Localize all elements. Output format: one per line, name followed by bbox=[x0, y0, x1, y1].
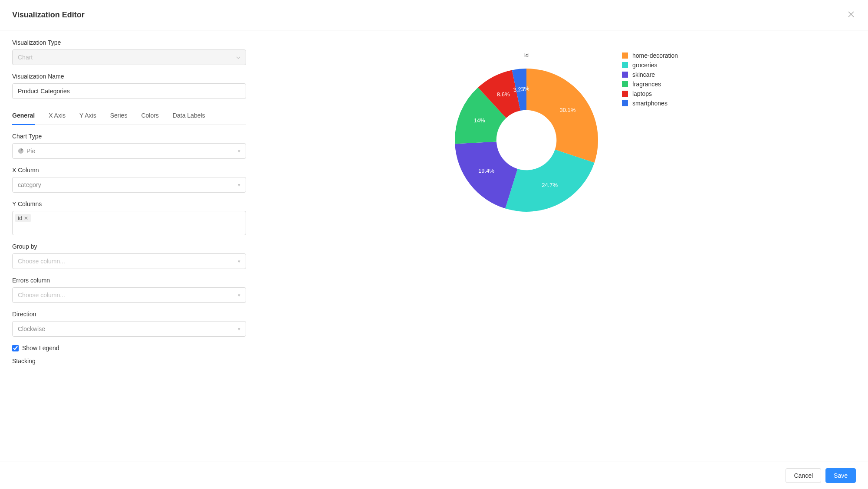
direction-group: Direction Clockwise ▾ bbox=[12, 311, 246, 337]
close-icon bbox=[848, 11, 854, 17]
viz-name-input-wrap bbox=[12, 83, 246, 99]
chevron-down-icon bbox=[236, 55, 240, 60]
show-legend-label: Show Legend bbox=[22, 345, 59, 351]
chart-title: id bbox=[448, 52, 605, 59]
tab-colors[interactable]: Colors bbox=[141, 107, 158, 125]
chevron-down-icon: ▾ bbox=[238, 148, 240, 154]
direction-value: Clockwise bbox=[18, 325, 45, 332]
x-column-label: X Column bbox=[12, 167, 246, 174]
close-button[interactable] bbox=[846, 9, 856, 21]
viz-type-label: Visualization Type bbox=[12, 39, 246, 46]
y-columns-input[interactable]: id✕ bbox=[12, 211, 246, 235]
legend-label: home-decoration bbox=[632, 52, 678, 59]
chart-type-group: Chart Type Pie ▾ bbox=[12, 133, 246, 159]
y-columns-label: Y Columns bbox=[12, 200, 246, 207]
chart-legend: home-decorationgroceriesskincarefragranc… bbox=[622, 52, 678, 107]
slice-label: 19.4% bbox=[478, 167, 494, 174]
viz-name-label: Visualization Name bbox=[12, 73, 246, 80]
modal-header: Visualization Editor bbox=[0, 0, 868, 30]
chart-type-label: Chart Type bbox=[12, 133, 246, 140]
donut-chart: id 30.1%24.7%19.4%14%8.6%3.23% bbox=[448, 52, 605, 220]
cancel-button[interactable]: Cancel bbox=[786, 468, 821, 483]
donut-slice-home-decoration[interactable] bbox=[526, 69, 598, 163]
viz-type-select[interactable]: Chart bbox=[12, 49, 246, 65]
show-legend-checkbox[interactable] bbox=[12, 345, 19, 351]
donut-svg: 30.1%24.7%19.4%14%8.6%3.23% bbox=[448, 62, 605, 218]
save-button[interactable]: Save bbox=[825, 468, 856, 483]
viz-type-value: Chart bbox=[18, 54, 33, 61]
legend-item-smartphones[interactable]: smartphones bbox=[622, 100, 678, 107]
show-legend-row: Show Legend bbox=[12, 345, 246, 351]
legend-item-home-decoration[interactable]: home-decoration bbox=[622, 52, 678, 59]
settings-tabs: GeneralX AxisY AxisSeriesColorsData Labe… bbox=[12, 107, 246, 125]
viz-name-group: Visualization Name bbox=[12, 73, 246, 99]
legend-label: fragrances bbox=[632, 81, 661, 88]
legend-swatch bbox=[622, 62, 628, 68]
modal-footer: Cancel Save bbox=[0, 462, 868, 489]
tab-data-labels[interactable]: Data Labels bbox=[173, 107, 205, 125]
remove-tag-icon[interactable]: ✕ bbox=[24, 215, 28, 221]
x-column-value: category bbox=[18, 181, 41, 188]
viz-type-group: Visualization Type Chart bbox=[12, 39, 246, 65]
y-column-tag: id✕ bbox=[15, 214, 31, 222]
legend-swatch bbox=[622, 91, 628, 97]
legend-swatch bbox=[622, 100, 628, 106]
stacking-label: Stacking bbox=[12, 358, 246, 364]
groupby-placeholder: Choose column... bbox=[18, 258, 65, 265]
legend-swatch bbox=[622, 72, 628, 78]
modal-title: Visualization Editor bbox=[12, 10, 85, 20]
legend-label: laptops bbox=[632, 90, 652, 97]
direction-label: Direction bbox=[12, 311, 246, 318]
slice-label: 24.7% bbox=[542, 182, 558, 188]
settings-panel: Visualization Type Chart Visualization N… bbox=[0, 30, 258, 462]
tab-series[interactable]: Series bbox=[110, 107, 128, 125]
chart-type-select[interactable]: Pie ▾ bbox=[12, 143, 246, 159]
chart-preview: id 30.1%24.7%19.4%14%8.6%3.23% home-deco… bbox=[270, 39, 856, 220]
viz-name-input[interactable] bbox=[18, 88, 240, 95]
y-columns-group: Y Columns id✕ bbox=[12, 200, 246, 235]
groupby-label: Group by bbox=[12, 243, 246, 250]
x-column-group: X Column category ▾ bbox=[12, 167, 246, 193]
errors-column-label: Errors column bbox=[12, 277, 246, 284]
groupby-group: Group by Choose column... ▾ bbox=[12, 243, 246, 269]
direction-select[interactable]: Clockwise ▾ bbox=[12, 321, 246, 337]
chart-type-value: Pie bbox=[18, 148, 35, 154]
visualization-editor-modal: Visualization Editor Visualization Type … bbox=[0, 0, 868, 489]
tab-y-axis[interactable]: Y Axis bbox=[79, 107, 96, 125]
chevron-down-icon: ▾ bbox=[238, 259, 240, 264]
slice-label: 30.1% bbox=[560, 107, 576, 113]
chevron-down-icon: ▾ bbox=[238, 326, 240, 332]
legend-item-fragrances[interactable]: fragrances bbox=[622, 81, 678, 88]
tab-x-axis[interactable]: X Axis bbox=[49, 107, 66, 125]
x-column-select[interactable]: category ▾ bbox=[12, 177, 246, 193]
legend-item-skincare[interactable]: skincare bbox=[622, 71, 678, 78]
chevron-down-icon: ▾ bbox=[238, 182, 240, 188]
modal-body: Visualization Type Chart Visualization N… bbox=[0, 30, 868, 462]
legend-label: skincare bbox=[632, 71, 655, 78]
groupby-select[interactable]: Choose column... ▾ bbox=[12, 253, 246, 269]
legend-item-laptops[interactable]: laptops bbox=[622, 90, 678, 97]
chevron-down-icon: ▾ bbox=[238, 292, 240, 298]
errors-column-placeholder: Choose column... bbox=[18, 292, 65, 299]
errors-column-select[interactable]: Choose column... ▾ bbox=[12, 287, 246, 303]
legend-item-groceries[interactable]: groceries bbox=[622, 62, 678, 69]
legend-label: smartphones bbox=[632, 100, 667, 107]
pie-icon bbox=[18, 148, 24, 154]
donut-slice-skincare[interactable] bbox=[455, 142, 517, 209]
tab-general[interactable]: General bbox=[12, 107, 35, 125]
errors-column-group: Errors column Choose column... ▾ bbox=[12, 277, 246, 303]
slice-label: 8.6% bbox=[497, 91, 510, 98]
preview-panel: id 30.1%24.7%19.4%14%8.6%3.23% home-deco… bbox=[258, 30, 868, 462]
donut-slice-groceries[interactable] bbox=[505, 150, 594, 212]
slice-label: 14% bbox=[474, 117, 485, 124]
legend-label: groceries bbox=[632, 62, 658, 69]
legend-swatch bbox=[622, 81, 628, 87]
legend-swatch bbox=[622, 53, 628, 59]
